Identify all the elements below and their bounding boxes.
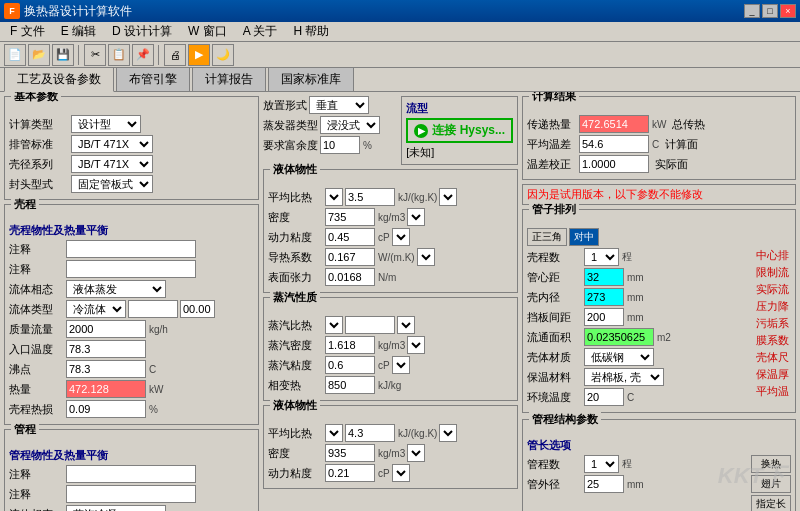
vapor-density-sel[interactable] (407, 336, 425, 354)
surf-tension-input[interactable]: 0.0168 (325, 268, 375, 286)
tube-od-row: 管外径 25 mm (527, 475, 747, 493)
tube-avg-heat-cap-input[interactable]: 4.3 (345, 424, 395, 442)
calc-type-select[interactable]: 设计型 (71, 115, 141, 133)
calc-btn[interactable]: ▶ (188, 44, 210, 66)
pipe-arr-btn1[interactable]: 正三角 (527, 228, 567, 246)
insul-thick-label: 保温厚 (756, 367, 791, 382)
tube-note2-input[interactable] (66, 485, 196, 503)
panel-right: 计算结果 传递热量 472.6514 kW 总传热 平均温差 54.6 C 计算… (522, 96, 796, 507)
moon-btn[interactable]: 🌙 (212, 44, 234, 66)
tube-od-input[interactable]: 25 (584, 475, 624, 493)
avg-heat-cap-sel2[interactable] (439, 188, 457, 206)
shell-note2-input[interactable] (66, 260, 196, 278)
tube-density-sel[interactable] (407, 444, 425, 462)
fluid-type-select[interactable]: 冷流体 (66, 300, 126, 318)
cut-btn[interactable]: ✂ (84, 44, 106, 66)
vapor-heat-cap-sel2[interactable] (397, 316, 415, 334)
tube-density-input[interactable]: 935 (325, 444, 375, 462)
dyn-visc-row: 动力粘度 0.45 cP (268, 228, 513, 246)
therm-cond-input[interactable]: 0.167 (325, 248, 375, 266)
dyn-visc-input[interactable]: 0.45 (325, 228, 375, 246)
avg-heat-cap-mode[interactable] (325, 188, 343, 206)
tab-process-params[interactable]: 工艺及设备参数 (4, 67, 114, 92)
rich-degree-input[interactable]: 10 (320, 136, 360, 154)
mass-flow-input[interactable]: 2000 (66, 320, 146, 338)
shell-note2-label: 注释 (9, 262, 64, 277)
tab-report[interactable]: 计算报告 (192, 67, 266, 91)
tube-fluid-phase-select[interactable]: 蒸汽冷凝 (66, 505, 166, 511)
tube-note1-input[interactable] (66, 465, 196, 483)
vapor-heat-cap-mode[interactable] (325, 316, 343, 334)
tab-standard[interactable]: 国家标准库 (268, 67, 354, 91)
vapor-density-input[interactable]: 1.618 (325, 336, 375, 354)
open-btn[interactable]: 📂 (28, 44, 50, 66)
title-controls[interactable]: _ □ × (744, 4, 796, 18)
avg-heat-cap-input[interactable]: 3.5 (345, 188, 395, 206)
therm-cond-sel[interactable] (417, 248, 435, 266)
shell-diam-select[interactable]: JB/T 471X (71, 155, 153, 173)
heat-exchange-btn[interactable]: 换热 (751, 455, 791, 473)
env-temp-input[interactable]: 20 (584, 388, 624, 406)
heat-input[interactable]: 472.128 (66, 380, 146, 398)
close-btn[interactable]: × (780, 4, 796, 18)
tab-layout[interactable]: 布管引擎 (116, 67, 190, 91)
density-input[interactable]: 735 (325, 208, 375, 226)
pipe-arr-btn2[interactable]: 对中 (569, 228, 599, 246)
menu-file[interactable]: F 文件 (2, 21, 53, 42)
fins-btn[interactable]: 翅片 (751, 475, 791, 493)
dyn-visc-sel[interactable] (392, 228, 410, 246)
latent-heat-input[interactable]: 850 (325, 376, 375, 394)
vapor-visc-input[interactable]: 0.6 (325, 356, 375, 374)
tube-pitch-input[interactable]: 32 (584, 268, 624, 286)
print-btn[interactable]: 🖨 (164, 44, 186, 66)
head-type-label: 封头型式 (9, 177, 69, 192)
shell-pass-select[interactable]: 1 (584, 248, 619, 266)
spec-length-btn[interactable]: 指定长 (751, 495, 791, 511)
paste-btn[interactable]: 📌 (132, 44, 154, 66)
tube-dyn-visc-input[interactable]: 0.21 (325, 464, 375, 482)
non-condensable-input[interactable] (128, 300, 178, 318)
maximize-btn[interactable]: □ (762, 4, 778, 18)
percent-input[interactable] (180, 300, 215, 318)
menu-design[interactable]: D 设计计算 (104, 21, 180, 42)
insul-material-select[interactable]: 岩棉板, 壳 (584, 368, 664, 386)
baffle-space-input[interactable]: 200 (584, 308, 624, 326)
right-side-labels: 中心排 限制流 实际流 压力降 污垢系 膜系数 壳体尺 保温厚 平均温 (756, 248, 791, 408)
tube-dyn-visc-sel[interactable] (392, 464, 410, 482)
minimize-btn[interactable]: _ (744, 4, 760, 18)
connect-button[interactable]: ▶ 连接 Hysys... (406, 118, 513, 143)
shell-note2-row: 注释 (9, 260, 254, 278)
arrangement-select[interactable]: 垂直 (309, 96, 369, 114)
flow-area-input[interactable]: 0.02350625 (584, 328, 654, 346)
save-btn[interactable]: 💾 (52, 44, 74, 66)
heat-row: 热量 472.128 kW (9, 380, 254, 398)
menu-help[interactable]: H 帮助 (285, 21, 337, 42)
shell-note1-input[interactable] (66, 240, 196, 258)
vapor-heat-cap-input[interactable] (345, 316, 395, 334)
tube-pass-select[interactable]: 1 (584, 455, 619, 473)
heat-transfer-input[interactable]: 472.6514 (579, 115, 649, 133)
shell-inner-input[interactable]: 273 (584, 288, 624, 306)
shell-material-select[interactable]: 低碳钢 (584, 348, 654, 366)
tube-avg-heat-cap-sel2[interactable] (439, 424, 457, 442)
density-sel[interactable] (407, 208, 425, 226)
mass-flow-label: 质量流量 (9, 322, 64, 337)
tube-avg-heat-cap-mode[interactable] (325, 424, 343, 442)
temp-diff-corr-input[interactable]: 1.0000 (579, 155, 649, 173)
inlet-temp-input[interactable]: 78.3 (66, 340, 146, 358)
boil-point-input[interactable]: 78.3 (66, 360, 146, 378)
menu-about[interactable]: A 关于 (235, 21, 286, 42)
tube-struct-right2: 换热 翅片 指定长 (751, 455, 791, 511)
liquid-props-group: 液体物性 平均比热 3.5 kJ/(kg.K) 密度 735 kg/m3 动力粘… (263, 169, 518, 293)
new-btn[interactable]: 📄 (4, 44, 26, 66)
avg-temp-diff-input[interactable]: 54.6 (579, 135, 649, 153)
vapor-visc-sel[interactable] (392, 356, 410, 374)
pipe-std-select[interactable]: JB/T 471X (71, 135, 153, 153)
fluid-phase-select[interactable]: 液体蒸发 (66, 280, 166, 298)
menu-window[interactable]: W 窗口 (180, 21, 235, 42)
evap-type-select[interactable]: 浸没式 (320, 116, 380, 134)
menu-edit[interactable]: E 编辑 (53, 21, 104, 42)
shell-heat-loss-input[interactable]: 0.09 (66, 400, 146, 418)
copy-btn[interactable]: 📋 (108, 44, 130, 66)
head-type-select[interactable]: 固定管板式 (71, 175, 153, 193)
